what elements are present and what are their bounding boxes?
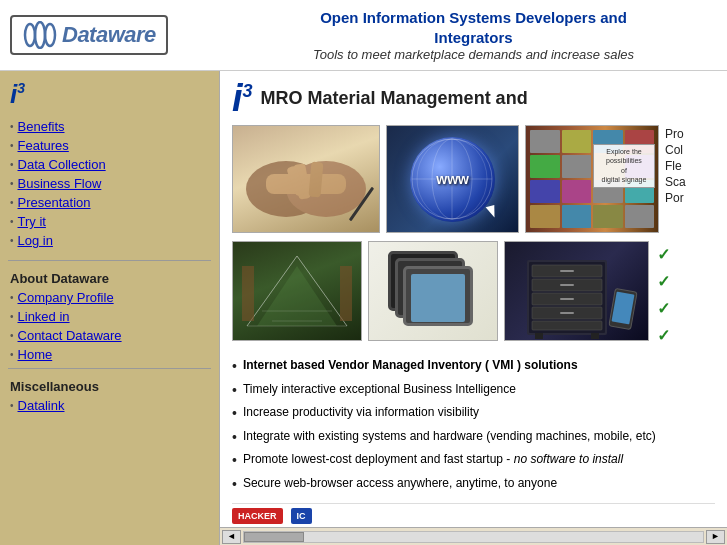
misc-section: • Datalink — [0, 396, 219, 415]
nav-item-presentation[interactable]: • Presentation — [0, 193, 219, 212]
nav-item-linked-in[interactable]: • Linked in — [0, 307, 219, 326]
header-right: Open Information Systems Developers andI… — [220, 4, 727, 66]
right-col-text: Pro Col Fle Sca Por — [665, 125, 715, 205]
main-layout: i3 • Benefits • Features • Data Collecti… — [0, 71, 727, 545]
svg-rect-28 — [532, 321, 602, 330]
logo-waves — [22, 21, 58, 49]
bullet-item-0: • Internet based Vendor Managed Inventor… — [232, 357, 715, 377]
nav-item-datalink[interactable]: • Datalink — [0, 396, 219, 415]
content-scroll[interactable]: i3 MRO Material Management and — [220, 71, 727, 527]
bullet-item-3: • Integrate with existing systems and ha… — [232, 428, 715, 448]
svg-rect-30 — [560, 284, 574, 286]
tablets-image — [368, 241, 498, 341]
handshake-image — [232, 125, 380, 233]
scroll-left-button[interactable]: ◄ — [222, 530, 241, 544]
nav-item-benefits[interactable]: • Benefits — [0, 117, 219, 136]
nav-section: • Benefits • Features • Data Collection … — [0, 113, 219, 256]
svg-rect-21 — [340, 266, 352, 321]
mro-title: MRO Material Management and — [261, 88, 528, 109]
toolbox-image — [504, 241, 649, 341]
www-globe-image: www — [386, 125, 520, 233]
vending-machine-image: Explore thepossibilitiesofdigital signag… — [525, 125, 659, 233]
nav-item-log-in[interactable]: • Log in — [0, 231, 219, 250]
svg-point-2 — [45, 24, 55, 46]
bullet-item-5: • Secure web-browser access anywhere, an… — [232, 475, 715, 495]
content-area: i3 MRO Material Management and — [220, 71, 727, 545]
i3-content-badge: i3 — [232, 79, 253, 117]
nav-item-features[interactable]: • Features — [0, 136, 219, 155]
nav-item-try-it[interactable]: • Try it — [0, 212, 219, 231]
svg-rect-31 — [560, 298, 574, 300]
misc-header: Miscellaneous — [0, 373, 219, 396]
about-section: • Company Profile • Linked in • Contact … — [0, 288, 219, 364]
svg-rect-29 — [560, 270, 574, 272]
header-subtitle: Tools to meet marketplace demands and in… — [230, 47, 717, 62]
svg-point-0 — [25, 24, 35, 46]
svg-rect-34 — [591, 333, 599, 339]
svg-rect-20 — [242, 266, 254, 321]
bullet-list: • Internet based Vendor Managed Inventor… — [232, 357, 715, 495]
check-marks-col: ✓ ✓ ✓ ✓ — [655, 241, 685, 349]
svg-rect-32 — [560, 312, 574, 314]
header: Dataware Open Information Systems Develo… — [0, 0, 727, 71]
scroll-right-button[interactable]: ► — [706, 530, 725, 544]
bullet-item-4: • Promote lowest-cost deployment and fas… — [232, 451, 715, 471]
warehouse-image — [232, 241, 362, 341]
horizontal-scrollbar[interactable]: ◄ ► — [220, 527, 727, 545]
about-header: About Dataware — [0, 265, 219, 288]
nav-item-home[interactable]: • Home — [0, 345, 219, 364]
logo-box: Dataware — [10, 15, 168, 55]
nav-item-business-flow[interactable]: • Business Flow — [0, 174, 219, 193]
digital-signage-label: Explore thepossibilitiesofdigital signag… — [593, 144, 655, 188]
hacker-badge: HACKER — [232, 508, 283, 524]
nav-item-contact-dataware[interactable]: • Contact Dataware — [0, 326, 219, 345]
bullet-item-1: • Timely interactive exceptional Busines… — [232, 381, 715, 401]
ic-badge: IC — [291, 508, 312, 524]
logo-text: Dataware — [62, 22, 156, 48]
logo-area: Dataware — [0, 9, 220, 61]
sidebar-divider-1 — [8, 260, 211, 261]
nav-item-company-profile[interactable]: • Company Profile — [0, 288, 219, 307]
sidebar-divider-2 — [8, 368, 211, 369]
mro-header: i3 MRO Material Management and — [232, 79, 715, 117]
hscroll-track[interactable] — [243, 531, 704, 543]
sidebar: i3 • Benefits • Features • Data Collecti… — [0, 71, 220, 545]
header-title: Open Information Systems Developers andI… — [230, 8, 717, 47]
i3-sidebar-badge: i3 — [0, 77, 219, 113]
nav-item-data-collection[interactable]: • Data Collection — [0, 155, 219, 174]
svg-rect-33 — [535, 333, 543, 339]
svg-point-1 — [35, 22, 45, 48]
bullet-item-2: • Increase productivity via information … — [232, 404, 715, 424]
